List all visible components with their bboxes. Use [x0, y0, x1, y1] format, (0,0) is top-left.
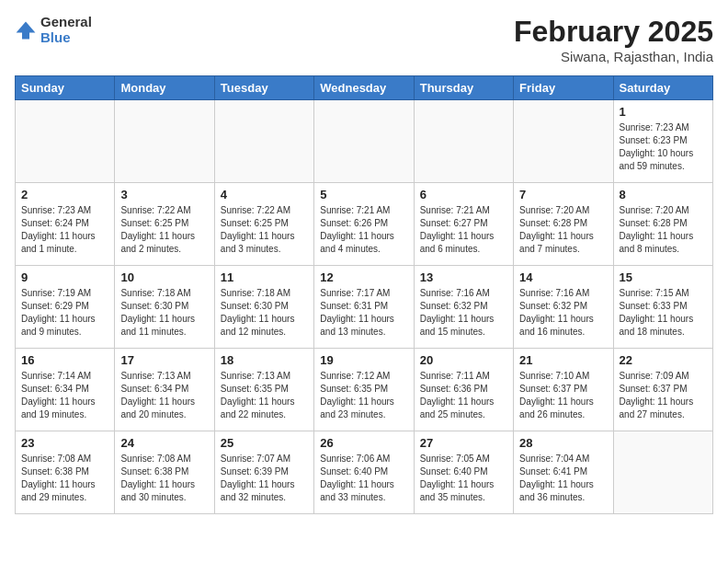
day-info: Sunrise: 7:22 AMSunset: 6:25 PMDaylight:…	[120, 204, 208, 256]
calendar-day-cell	[613, 431, 712, 514]
day-number: 17	[120, 353, 208, 367]
day-number: 7	[519, 188, 607, 201]
calendar-day-cell: 27Sunrise: 7:05 AMSunset: 6:40 PMDayligh…	[414, 431, 513, 514]
calendar-week-row: 1Sunrise: 7:23 AMSunset: 6:23 PMDaylight…	[16, 100, 713, 183]
day-info: Sunrise: 7:21 AMSunset: 6:26 PMDaylight:…	[320, 204, 407, 256]
calendar-day-cell: 10Sunrise: 7:18 AMSunset: 6:30 PMDayligh…	[115, 266, 214, 349]
day-info: Sunrise: 7:04 AMSunset: 6:41 PMDaylight:…	[519, 453, 607, 504]
day-info: Sunrise: 7:10 AMSunset: 6:37 PMDaylight:…	[519, 370, 607, 421]
day-info: Sunrise: 7:23 AMSunset: 6:23 PMDaylight:…	[620, 121, 707, 173]
day-info: Sunrise: 7:07 AMSunset: 6:39 PMDaylight:…	[221, 453, 308, 504]
logo-blue: Blue	[40, 30, 92, 46]
day-number: 18	[221, 353, 308, 367]
day-number: 5	[320, 188, 407, 201]
day-number: 22	[620, 353, 707, 367]
day-number: 11	[221, 270, 308, 284]
day-number: 4	[221, 188, 308, 201]
day-number: 26	[320, 436, 407, 450]
day-number: 20	[420, 353, 507, 367]
calendar-day-cell: 6Sunrise: 7:21 AMSunset: 6:27 PMDaylight…	[414, 183, 513, 266]
day-number: 1	[620, 105, 707, 119]
calendar-day-cell: 8Sunrise: 7:20 AMSunset: 6:28 PMDaylight…	[613, 183, 712, 266]
day-number: 9	[21, 270, 108, 284]
calendar-week-row: 9Sunrise: 7:19 AMSunset: 6:29 PMDaylight…	[16, 266, 713, 349]
calendar-day-cell: 13Sunrise: 7:16 AMSunset: 6:32 PMDayligh…	[414, 266, 513, 349]
day-number: 13	[420, 270, 507, 284]
weekday-header-tuesday: Tuesday	[214, 76, 313, 100]
calendar-week-row: 2Sunrise: 7:23 AMSunset: 6:24 PMDaylight…	[16, 183, 713, 266]
page-header: General Blue February 2025 Siwana, Rajas…	[15, 15, 713, 64]
logo-text: General Blue	[40, 15, 92, 45]
day-number: 27	[420, 436, 507, 450]
calendar-day-cell: 21Sunrise: 7:10 AMSunset: 6:37 PMDayligh…	[514, 349, 613, 431]
calendar-day-cell: 16Sunrise: 7:14 AMSunset: 6:34 PMDayligh…	[16, 349, 115, 431]
day-info: Sunrise: 7:14 AMSunset: 6:34 PMDaylight:…	[21, 370, 108, 421]
calendar-day-cell	[214, 100, 313, 183]
svg-marker-0	[17, 21, 36, 39]
calendar-day-cell: 5Sunrise: 7:21 AMSunset: 6:26 PMDaylight…	[314, 183, 414, 266]
day-number: 19	[320, 353, 407, 367]
day-info: Sunrise: 7:23 AMSunset: 6:24 PMDaylight:…	[21, 204, 108, 256]
calendar-day-cell: 3Sunrise: 7:22 AMSunset: 6:25 PMDaylight…	[115, 183, 214, 266]
day-info: Sunrise: 7:20 AMSunset: 6:28 PMDaylight:…	[620, 204, 707, 256]
day-number: 14	[519, 270, 607, 284]
day-info: Sunrise: 7:19 AMSunset: 6:29 PMDaylight:…	[21, 287, 108, 339]
weekday-header-row: SundayMondayTuesdayWednesdayThursdayFrid…	[16, 76, 713, 100]
weekday-header-wednesday: Wednesday	[314, 76, 414, 100]
day-number: 24	[120, 436, 208, 450]
calendar-day-cell: 18Sunrise: 7:13 AMSunset: 6:35 PMDayligh…	[214, 349, 313, 431]
day-info: Sunrise: 7:20 AMSunset: 6:28 PMDaylight:…	[519, 204, 607, 256]
day-number: 6	[420, 188, 507, 201]
calendar-day-cell	[115, 100, 214, 183]
day-info: Sunrise: 7:15 AMSunset: 6:33 PMDaylight:…	[620, 287, 707, 339]
calendar-day-cell	[414, 100, 513, 183]
calendar-title: February 2025	[514, 15, 713, 49]
day-info: Sunrise: 7:06 AMSunset: 6:40 PMDaylight:…	[320, 453, 407, 504]
day-number: 12	[320, 270, 407, 284]
calendar-day-cell: 2Sunrise: 7:23 AMSunset: 6:24 PMDaylight…	[16, 183, 115, 266]
calendar-day-cell: 15Sunrise: 7:15 AMSunset: 6:33 PMDayligh…	[613, 266, 712, 349]
day-number: 3	[120, 188, 208, 201]
calendar-day-cell: 17Sunrise: 7:13 AMSunset: 6:34 PMDayligh…	[115, 349, 214, 431]
calendar-day-cell: 28Sunrise: 7:04 AMSunset: 6:41 PMDayligh…	[514, 431, 613, 514]
calendar-week-row: 23Sunrise: 7:08 AMSunset: 6:38 PMDayligh…	[16, 431, 713, 514]
calendar-day-cell: 1Sunrise: 7:23 AMSunset: 6:23 PMDaylight…	[613, 100, 712, 183]
day-info: Sunrise: 7:16 AMSunset: 6:32 PMDaylight:…	[420, 287, 507, 339]
calendar-day-cell: 7Sunrise: 7:20 AMSunset: 6:28 PMDaylight…	[514, 183, 613, 266]
calendar-table: SundayMondayTuesdayWednesdayThursdayFrid…	[15, 75, 713, 514]
day-info: Sunrise: 7:21 AMSunset: 6:27 PMDaylight:…	[420, 204, 507, 256]
day-info: Sunrise: 7:18 AMSunset: 6:30 PMDaylight:…	[221, 287, 308, 339]
calendar-subtitle: Siwana, Rajasthan, India	[514, 49, 713, 64]
calendar-day-cell	[314, 100, 414, 183]
logo: General Blue	[15, 15, 92, 45]
weekday-header-sunday: Sunday	[16, 76, 115, 100]
weekday-header-thursday: Thursday	[414, 76, 513, 100]
day-number: 10	[120, 270, 208, 284]
day-info: Sunrise: 7:22 AMSunset: 6:25 PMDaylight:…	[221, 204, 308, 256]
day-info: Sunrise: 7:18 AMSunset: 6:30 PMDaylight:…	[120, 287, 208, 339]
day-number: 23	[21, 436, 108, 450]
day-number: 28	[519, 436, 607, 450]
calendar-day-cell: 24Sunrise: 7:08 AMSunset: 6:38 PMDayligh…	[115, 431, 214, 514]
calendar-week-row: 16Sunrise: 7:14 AMSunset: 6:34 PMDayligh…	[16, 349, 713, 431]
calendar-day-cell: 4Sunrise: 7:22 AMSunset: 6:25 PMDaylight…	[214, 183, 313, 266]
calendar-day-cell	[514, 100, 613, 183]
day-info: Sunrise: 7:09 AMSunset: 6:37 PMDaylight:…	[620, 370, 707, 421]
day-info: Sunrise: 7:13 AMSunset: 6:34 PMDaylight:…	[120, 370, 208, 421]
weekday-header-saturday: Saturday	[613, 76, 712, 100]
calendar-day-cell: 14Sunrise: 7:16 AMSunset: 6:32 PMDayligh…	[514, 266, 613, 349]
calendar-day-cell: 11Sunrise: 7:18 AMSunset: 6:30 PMDayligh…	[214, 266, 313, 349]
calendar-day-cell: 12Sunrise: 7:17 AMSunset: 6:31 PMDayligh…	[314, 266, 414, 349]
logo-general: General	[40, 15, 92, 30]
day-number: 15	[620, 270, 707, 284]
day-info: Sunrise: 7:08 AMSunset: 6:38 PMDaylight:…	[120, 453, 208, 504]
day-number: 16	[21, 353, 108, 367]
day-number: 2	[21, 188, 108, 201]
day-info: Sunrise: 7:16 AMSunset: 6:32 PMDaylight:…	[519, 287, 607, 339]
title-section: February 2025 Siwana, Rajasthan, India	[514, 15, 713, 64]
day-number: 8	[620, 188, 707, 201]
calendar-day-cell: 19Sunrise: 7:12 AMSunset: 6:35 PMDayligh…	[314, 349, 414, 431]
day-number: 25	[221, 436, 308, 450]
weekday-header-monday: Monday	[115, 76, 214, 100]
logo-icon	[15, 19, 37, 41]
